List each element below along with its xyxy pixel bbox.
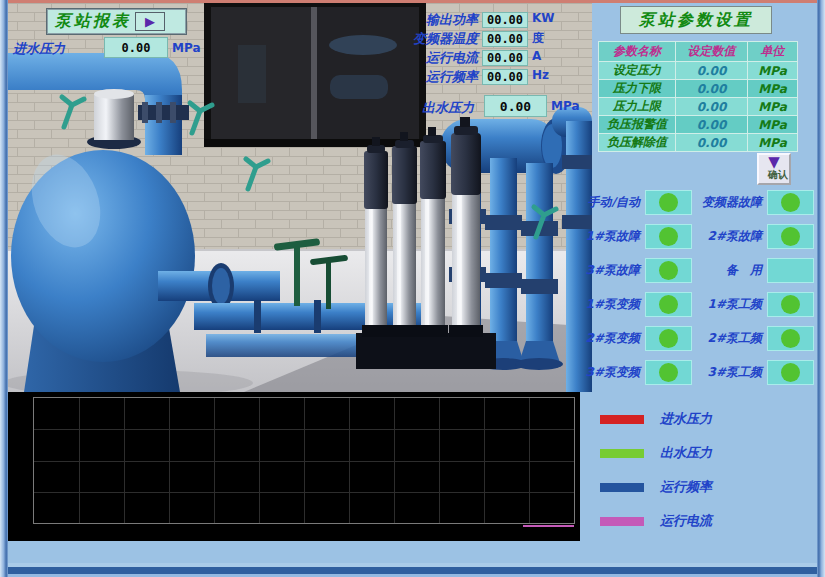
running-frequency-unit: Hz: [532, 68, 549, 82]
lamp-dot-icon: [659, 329, 678, 348]
current-trace: [523, 525, 574, 527]
status-lamp-manual-auto: [645, 190, 692, 215]
trend-plot: [33, 397, 575, 524]
running-current-unit: A: [532, 49, 541, 63]
settings-header-unit: 单位: [748, 42, 798, 62]
settings-header-value: 设定数值: [676, 42, 748, 62]
param-value-input[interactable]: 0.00: [676, 134, 748, 152]
outlet-pressure-unit: MPa: [551, 99, 580, 113]
status-lamp-pump2-fault: [767, 224, 814, 249]
status-lamp-pump1-mains: [767, 292, 814, 317]
param-unit: MPa: [748, 98, 798, 116]
legend-item: 出水压力: [600, 446, 712, 460]
status-lamp-pump1-vfd: [645, 292, 692, 317]
status-label-pump1-vfd: 1#泵变频: [576, 292, 642, 317]
legend-swatch-running-frequency: [600, 483, 644, 492]
status-lamp-pump3-fault: [645, 258, 692, 283]
legend-swatch-inlet-pressure: [600, 415, 644, 424]
lamp-dot-icon: [659, 363, 678, 382]
status-lamp-spare: [767, 258, 814, 283]
status-label-pump2-fault: 2#泵故障: [695, 224, 764, 249]
tank-air-fitting: [87, 89, 141, 149]
param-name: 设定压力: [599, 62, 676, 80]
output-power-label: 输出功率: [330, 11, 478, 29]
running-current-value: 00.00: [482, 50, 528, 66]
status-label-pump3-fault: 3#泵故障: [576, 258, 642, 283]
play-arrow-icon[interactable]: ▶: [135, 12, 165, 31]
status-lamp-pump3-mains: [767, 360, 814, 385]
outlet-pressure-value: 0.00: [484, 95, 547, 117]
status-label-pump2-mains: 2#泵工频: [695, 326, 764, 351]
status-lamp-pump2-vfd: [645, 326, 692, 351]
status-lamp-inverter-fault: [767, 190, 814, 215]
frame-left: [0, 0, 8, 577]
output-power-value: 00.00: [482, 12, 528, 28]
lamp-dot-icon: [781, 227, 800, 246]
inverter-temp-value: 00.00: [482, 31, 528, 47]
inlet-pressure-unit: MPa: [172, 41, 201, 55]
legend-item: 进水压力: [600, 412, 712, 426]
hmi-screen: 泵站报表 ▶ 进水压力 0.00 MPa 输出功率 00.00 KW 变频器温度…: [0, 0, 825, 577]
settings-header-name: 参数名称: [599, 42, 676, 62]
param-unit: MPa: [748, 134, 798, 152]
status-indicator-grid: 手动/自动 变频器故障 1#泵故障 2#泵故障 3#泵故障 备 用 1#泵变频 …: [576, 190, 814, 385]
settings-table: 参数名称 设定数值 单位 设定压力 0.00 MPa 压力下限 0.00 MPa…: [598, 41, 798, 152]
lamp-dot-icon: [659, 261, 678, 280]
confirm-down-triangle-icon: ▼: [768, 155, 780, 169]
status-label-pump1-mains: 1#泵工频: [695, 292, 764, 317]
status-label-pump1-fault: 1#泵故障: [576, 224, 642, 249]
param-value-input[interactable]: 0.00: [676, 98, 748, 116]
param-name: 压力下限: [599, 80, 676, 98]
status-label-pump2-vfd: 2#泵变频: [576, 326, 642, 351]
settings-panel-title: 泵站参数设置: [620, 6, 772, 34]
legend-swatch-outlet-pressure: [600, 449, 644, 458]
report-button-label: 泵站报表: [55, 11, 131, 32]
frame-bottom: [8, 563, 817, 577]
trend-legend: 进水压力 出水压力 运行频率 运行电流: [600, 412, 712, 548]
confirm-button[interactable]: ▼ 确认: [757, 153, 791, 185]
inverter-temp-unit: 度: [532, 30, 544, 47]
status-lamp-pump2-mains: [767, 326, 814, 351]
lamp-dot-icon: [659, 295, 678, 314]
output-power-unit: KW: [532, 11, 555, 25]
status-label-spare: 备 用: [695, 258, 764, 283]
lamp-dot-icon: [781, 295, 800, 314]
status-label-pump3-vfd: 3#泵变频: [576, 360, 642, 385]
inlet-pressure-label: 进水压力: [13, 40, 65, 58]
param-value-input[interactable]: 0.00: [676, 80, 748, 98]
inlet-pressure-value: 0.00: [104, 37, 168, 58]
running-frequency-value: 00.00: [482, 69, 528, 85]
legend-item: 运行电流: [600, 514, 712, 528]
running-current-label: 运行电流: [330, 49, 478, 67]
param-value-input[interactable]: 0.00: [676, 62, 748, 80]
param-name: 负压解除值: [599, 134, 676, 152]
status-lamp-pump3-vfd: [645, 360, 692, 385]
inverter-temp-label: 变频器温度: [330, 30, 478, 48]
lamp-dot-icon: [781, 329, 800, 348]
lamp-dot-icon: [659, 193, 678, 212]
outlet-pressure-label: 出水压力: [422, 99, 474, 117]
legend-label: 运行电流: [660, 512, 712, 530]
running-frequency-label: 运行频率: [330, 68, 478, 86]
report-button[interactable]: 泵站报表 ▶: [46, 8, 187, 35]
legend-label: 进水压力: [660, 410, 712, 428]
legend-item: 运行频率: [600, 480, 712, 494]
status-lamp-pump1-fault: [645, 224, 692, 249]
pump-units: [356, 117, 496, 369]
lamp-dot-icon: [781, 193, 800, 212]
lamp-dot-icon: [659, 227, 678, 246]
status-label-pump3-mains: 3#泵工频: [695, 360, 764, 385]
frame-right: [817, 0, 825, 577]
lamp-dot-icon: [781, 363, 800, 382]
legend-swatch-running-current: [600, 517, 644, 526]
status-label-manual-auto: 手动/自动: [576, 190, 642, 215]
param-value-input[interactable]: 0.00: [676, 116, 748, 134]
status-label-inverter-fault: 变频器故障: [695, 190, 764, 215]
frame-top: [8, 0, 817, 3]
param-unit: MPa: [748, 80, 798, 98]
legend-label: 运行频率: [660, 478, 712, 496]
trend-chart: [8, 392, 580, 541]
confirm-button-label: 确认: [768, 169, 788, 180]
param-name: 负压报警值: [599, 116, 676, 134]
param-unit: MPa: [748, 62, 798, 80]
